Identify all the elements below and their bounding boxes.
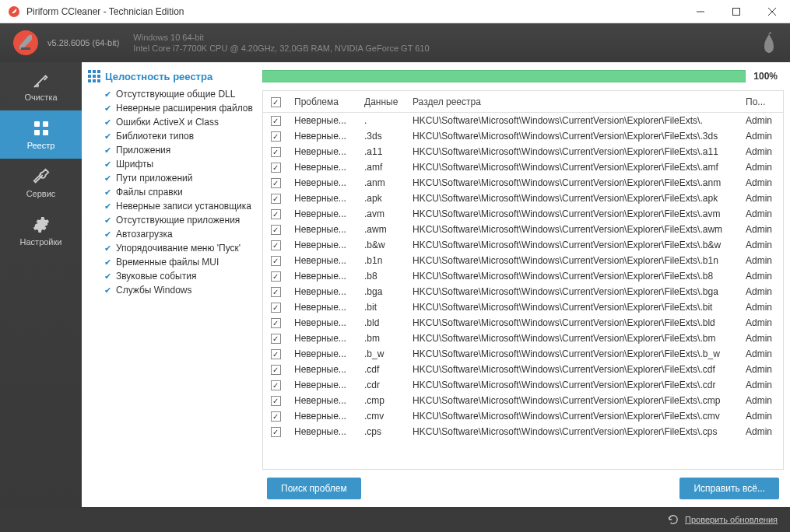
cell-registry: HKCU\Software\Microsoft\Windows\CurrentV…: [406, 317, 739, 328]
option-item[interactable]: ✔Файлы справки: [88, 185, 256, 199]
sidebar-item-options[interactable]: Настройки: [0, 207, 82, 255]
row-checkbox[interactable]: ✓: [271, 194, 281, 204]
svg-rect-17: [88, 79, 91, 82]
option-item[interactable]: ✔Неверные записи установщика: [88, 199, 256, 213]
table-row[interactable]: ✓Неверные....bitHKCU\Software\Microsoft\…: [263, 299, 783, 315]
table-row[interactable]: ✓Неверные....cdfHKCU\Software\Microsoft\…: [263, 362, 783, 377]
table-row[interactable]: ✓Неверные....cmvHKCU\Software\Microsoft\…: [263, 408, 783, 424]
table-row[interactable]: ✓Неверные....amfHKCU\Software\Microsoft\…: [263, 159, 783, 175]
cell-registry: HKCU\Software\Microsoft\Windows\CurrentV…: [406, 115, 739, 126]
maximize-button[interactable]: [718, 0, 754, 23]
option-item[interactable]: ✔Пути приложений: [88, 171, 256, 185]
row-checkbox[interactable]: ✓: [271, 116, 281, 126]
option-item[interactable]: ✔Звуковые события: [88, 269, 256, 283]
table-row[interactable]: ✓Неверные....3dsHKCU\Software\Microsoft\…: [263, 128, 783, 144]
table-row[interactable]: ✓Неверные....bmHKCU\Software\Microsoft\W…: [263, 331, 783, 346]
table-row[interactable]: ✓Неверные....HKCU\Software\Microsoft\Win…: [263, 113, 783, 128]
row-checkbox-cell: ✓: [263, 131, 288, 142]
cell-registry: HKCU\Software\Microsoft\Windows\CurrentV…: [406, 224, 739, 235]
table-row[interactable]: ✓Неверные....apkHKCU\Software\Microsoft\…: [263, 191, 783, 206]
minimize-button[interactable]: [683, 0, 718, 23]
cell-problem: Неверные...: [288, 193, 358, 204]
table-row[interactable]: ✓Неверные....avmHKCU\Software\Microsoft\…: [263, 206, 783, 222]
row-checkbox[interactable]: ✓: [271, 209, 281, 219]
table-row[interactable]: ✓Неверные....bgaHKCU\Software\Microsoft\…: [263, 284, 783, 299]
row-checkbox[interactable]: ✓: [271, 147, 281, 157]
table-header: ✓ Проблема Данные Раздел реестра По...: [263, 91, 783, 113]
option-item[interactable]: ✔Библиотеки типов: [88, 129, 256, 143]
table-row[interactable]: ✓Неверные....cdrHKCU\Software\Microsoft\…: [263, 377, 783, 393]
app-body: Очистка Реестр Сервис Настройки Целостно…: [0, 62, 790, 507]
cell-user: Admin: [739, 364, 783, 375]
footer: Проверить обновления: [0, 507, 790, 532]
cell-problem: Неверные...: [288, 364, 358, 375]
header-data[interactable]: Данные: [358, 96, 406, 107]
row-checkbox[interactable]: ✓: [271, 240, 281, 250]
check-icon: ✔: [104, 118, 111, 126]
cell-user: Admin: [739, 333, 783, 344]
options-title: Целостность реестра: [105, 71, 212, 82]
option-label: Библиотеки типов: [116, 131, 194, 142]
table-row[interactable]: ✓Неверные....awmHKCU\Software\Microsoft\…: [263, 222, 783, 237]
sidebar-item-registry[interactable]: Реестр: [0, 110, 82, 159]
row-checkbox[interactable]: ✓: [271, 411, 281, 422]
option-item[interactable]: ✔Шрифты: [88, 157, 256, 171]
option-item[interactable]: ✔Отсутствующие приложения: [88, 213, 256, 227]
table-row[interactable]: ✓Неверные....anmHKCU\Software\Microsoft\…: [263, 175, 783, 191]
scan-button[interactable]: Поиск проблем: [267, 478, 361, 499]
row-checkbox[interactable]: ✓: [271, 349, 281, 359]
option-item[interactable]: ✔Неверные расширения файлов: [88, 101, 256, 115]
table-row[interactable]: ✓Неверные....cpsHKCU\Software\Microsoft\…: [263, 424, 783, 439]
option-item[interactable]: ✔Автозагрузка: [88, 227, 256, 241]
row-checkbox[interactable]: ✓: [271, 225, 281, 235]
cell-registry: HKCU\Software\Microsoft\Windows\CurrentV…: [406, 193, 739, 204]
header-problem[interactable]: Проблема: [288, 96, 358, 107]
row-checkbox[interactable]: ✓: [271, 334, 281, 344]
header-user[interactable]: По...: [739, 96, 783, 107]
sidebar-item-cleaner[interactable]: Очистка: [0, 62, 82, 110]
sidebar-item-tools[interactable]: Сервис: [0, 159, 82, 207]
cell-data: .bld: [358, 317, 406, 328]
row-checkbox[interactable]: ✓: [271, 163, 281, 173]
row-checkbox[interactable]: ✓: [271, 131, 281, 142]
option-item[interactable]: ✔Отсутствующие общие DLL: [88, 87, 256, 101]
header-registry[interactable]: Раздел реестра: [406, 96, 739, 107]
cell-problem: Неверные...: [288, 395, 358, 406]
svg-rect-7: [34, 121, 40, 127]
row-checkbox[interactable]: ✓: [271, 287, 281, 297]
row-checkbox[interactable]: ✓: [271, 427, 281, 437]
table-row[interactable]: ✓Неверные....b&wHKCU\Software\Microsoft\…: [263, 237, 783, 253]
row-checkbox[interactable]: ✓: [271, 303, 281, 313]
fix-button[interactable]: Исправить всё...: [679, 478, 779, 499]
table-row[interactable]: ✓Неверные....b1nHKCU\Software\Microsoft\…: [263, 253, 783, 268]
table-row[interactable]: ✓Неверные....b8HKCU\Software\Microsoft\W…: [263, 268, 783, 284]
table-row[interactable]: ✓Неверные....a11HKCU\Software\Microsoft\…: [263, 144, 783, 159]
option-item[interactable]: ✔Упорядочивание меню 'Пуск': [88, 241, 256, 255]
cell-user: Admin: [739, 255, 783, 266]
cell-registry: HKCU\Software\Microsoft\Windows\CurrentV…: [406, 411, 739, 422]
table-row[interactable]: ✓Неверные....bldHKCU\Software\Microsoft\…: [263, 315, 783, 331]
row-checkbox[interactable]: ✓: [271, 380, 281, 390]
row-checkbox[interactable]: ✓: [271, 318, 281, 328]
cell-problem: Неверные...: [288, 286, 358, 297]
table-row[interactable]: ✓Неверные....b_wHKCU\Software\Microsoft\…: [263, 346, 783, 362]
option-item[interactable]: ✔Службы Windows: [88, 283, 256, 297]
row-checkbox[interactable]: ✓: [271, 178, 281, 188]
row-checkbox[interactable]: ✓: [271, 396, 281, 406]
option-item[interactable]: ✔Приложения: [88, 143, 256, 157]
check-updates-link[interactable]: Проверить обновления: [685, 515, 778, 524]
svg-rect-13: [97, 70, 100, 73]
select-all-checkbox[interactable]: ✓: [271, 97, 281, 107]
option-item[interactable]: ✔Временные файлы MUI: [88, 255, 256, 269]
cell-registry: HKCU\Software\Microsoft\Windows\CurrentV…: [406, 208, 739, 219]
progress-row: 100%: [262, 70, 784, 82]
wrench-icon: [32, 167, 51, 186]
table-row[interactable]: ✓Неверные....cmpHKCU\Software\Microsoft\…: [263, 393, 783, 408]
option-item[interactable]: ✔Ошибки ActiveX и Class: [88, 115, 256, 129]
row-checkbox[interactable]: ✓: [271, 271, 281, 282]
close-button[interactable]: [754, 0, 790, 23]
row-checkbox[interactable]: ✓: [271, 256, 281, 266]
row-checkbox[interactable]: ✓: [271, 365, 281, 375]
cell-problem: Неверные...: [288, 208, 358, 219]
titlebar: Piriform CCleaner - Technician Edition: [0, 0, 790, 23]
